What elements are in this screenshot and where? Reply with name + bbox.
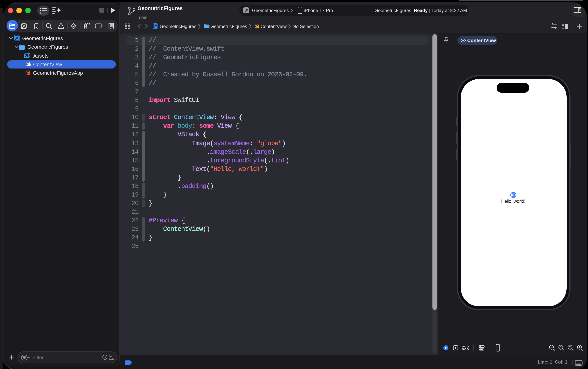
- svg-text:1: 1: [560, 346, 562, 349]
